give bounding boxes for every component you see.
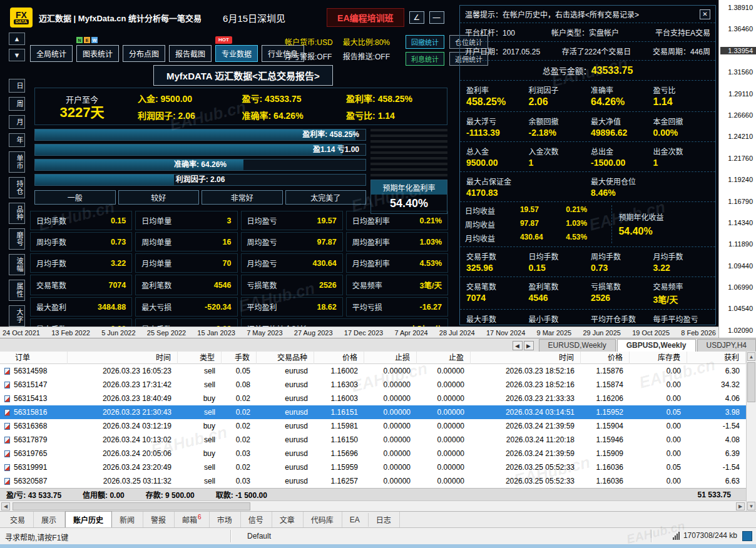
toolbar-button[interactable]: 全局统计 (30, 45, 73, 62)
column-header[interactable]: 止盈 (417, 352, 471, 364)
float-alert-toggle[interactable]: 浮亏警报:OFF (285, 51, 333, 61)
scroll-down-icon[interactable]: ▼ (747, 502, 755, 510)
profile-selector[interactable]: Default (247, 532, 271, 540)
summary-total: 51 533.75 (698, 490, 740, 499)
cell-open-time: 2026.03.24 23:20:49 (68, 463, 178, 472)
cell-type: buy (178, 422, 222, 430)
drawdown-stats-button[interactable]: 回撤统计 (406, 35, 444, 49)
vertical-scroll-thumb[interactable] (747, 362, 755, 402)
history-row[interactable]: 56319991 2026.03.24 23:20:49 sell 0.02 e… (0, 460, 746, 474)
cell-close-time: 2026.03.23 18:52:16 (471, 380, 581, 389)
stat-label: 亏损笔数 (247, 280, 277, 290)
stat-label: 出金次数 (653, 146, 710, 156)
column-header[interactable]: 订单 (14, 352, 68, 364)
column-header[interactable]: 价格 (314, 352, 364, 364)
column-header[interactable]: 交易品种 (257, 352, 314, 364)
history-row[interactable]: 56316368 2026.03.24 03:12:19 buy 0.02 eu… (0, 419, 746, 433)
history-row[interactable]: 56319765 2026.03.24 20:05:06 buy 0.03 eu… (0, 447, 746, 460)
scroll-left-icon[interactable]: ◀ (1, 502, 10, 510)
sidebar-item[interactable]: 大字 (9, 305, 25, 327)
terminal-tab[interactable]: 文章 (272, 512, 304, 527)
column-header[interactable]: 获利 (687, 352, 746, 364)
horizontal-scrollbar[interactable]: ◀ ▶ (0, 500, 746, 511)
sidebar-item[interactable]: 年 (9, 133, 25, 147)
stat-cell: 出金次数1 (652, 145, 711, 168)
stat-label: 交易笔数 (36, 280, 66, 290)
column-header[interactable]: 止损 (364, 352, 417, 364)
sidebar-item[interactable]: 月 (9, 115, 25, 129)
cell-close-time: 2026.03.24 03:14:51 (471, 408, 581, 417)
cell-symbol: eurusd (257, 422, 314, 430)
scroll-up-icon[interactable]: ▲ (747, 352, 755, 361)
terminal-tab[interactable]: EA (342, 513, 369, 527)
chart-tab[interactable]: EURUSD,Weekly (539, 339, 616, 352)
terminal-tab[interactable]: 交易 (3, 512, 34, 527)
history-row[interactable]: 56317879 2026.03.24 10:13:02 sell 0.02 e… (0, 433, 746, 447)
terminal-tab[interactable]: 信号 (241, 512, 272, 527)
scroll-right-icon[interactable]: ▶ (736, 502, 745, 510)
close-icon[interactable]: ✕ (700, 9, 710, 19)
terminal-tab[interactable]: 警报 (143, 512, 175, 527)
column-header[interactable]: 价格 (581, 352, 630, 364)
sidebar-item[interactable]: 品种 (9, 203, 25, 224)
history-row[interactable]: 56315816 2026.03.23 21:30:43 sell 0.02 e… (0, 405, 746, 419)
sidebar-up-button[interactable]: ▲ (9, 33, 25, 45)
price-tick: 1.29110 (719, 90, 756, 98)
cell-type: sell (178, 367, 222, 375)
chart-tab[interactable]: GBPUSD,Weekly (617, 339, 696, 352)
cell-type: sell (178, 477, 222, 485)
toolbar-button[interactable]: 分布点图 (123, 45, 165, 62)
cell-open-price: 1.16303 (314, 380, 364, 389)
sidebar-item[interactable]: 单币 (9, 151, 25, 173)
terminal-tab[interactable]: 邮箱 6 (175, 512, 210, 527)
alive-days-text: 存活了2224个交易日 (562, 46, 631, 56)
resize-button[interactable]: ∠ (409, 11, 424, 24)
sidebar-item[interactable]: 波幅 (9, 254, 25, 275)
cell-open-time: 2026.03.23 16:05:23 (68, 367, 178, 375)
column-header[interactable]: 类型 (178, 352, 222, 364)
cell-open-time: 2026.03.24 10:13:02 (68, 435, 178, 444)
terminal-tab[interactable]: 代码库 (304, 512, 342, 527)
history-row[interactable]: 56315147 2026.03.23 17:31:42 sell 0.08 e… (0, 378, 746, 392)
cell-symbol: eurusd (257, 463, 314, 472)
column-header[interactable]: 时间 (471, 352, 581, 364)
chart-tab[interactable]: USDJPY,H4 (697, 339, 756, 352)
sidebar-item[interactable]: 周 (9, 97, 25, 111)
cell-open-time: 2026.03.24 03:12:19 (68, 422, 178, 430)
toolbar-button[interactable]: 报告截图 (169, 45, 212, 62)
interest-stats-button[interactable]: 利息统计 (406, 52, 444, 66)
history-row[interactable]: 56315413 2026.03.23 18:40:49 buy 0.02 eu… (0, 392, 746, 405)
terminal-tab[interactable]: 日志 (369, 512, 400, 527)
terminal-tab[interactable]: 展示 (34, 512, 65, 527)
sidebar-item[interactable]: 日 (9, 79, 25, 93)
report-push-toggle[interactable]: 报告推送:OFF (343, 51, 390, 61)
column-header[interactable]: 时间 (68, 352, 178, 364)
horizontal-scroll-thumb[interactable] (13, 502, 250, 510)
history-row[interactable]: 56314598 2026.03.23 16:05:23 sell 0.05 e… (0, 364, 746, 378)
sidebar-item[interactable]: 磨号 (9, 228, 25, 250)
history-row[interactable]: 56320587 2026.03.25 03:11:32 sell 0.03 e… (0, 474, 746, 488)
tab-scroll-left-icon[interactable]: ◀ (513, 341, 523, 350)
cell-order: 56316368 (14, 422, 68, 430)
terminal-tab[interactable]: 市场 (210, 512, 241, 527)
stat-value: 3.22 (111, 259, 126, 268)
stat-cell: 平均盈利 18.62 (241, 297, 343, 317)
column-header[interactable]: 库存费 (630, 352, 687, 364)
stat-value: -16.27 (420, 303, 442, 312)
sidebar-item[interactable]: 属性 (9, 280, 25, 301)
toolbar-button[interactable]: 图表统计 (76, 45, 119, 62)
training-banner[interactable]: EA编程培训班 (327, 8, 404, 27)
tab-scroll-right-icon[interactable]: ▶ (524, 341, 534, 350)
sidebar-item[interactable]: 持仓 (9, 177, 25, 198)
cell-symbol: eurusd (257, 449, 314, 458)
column-header[interactable]: 手数 (222, 352, 257, 364)
vertical-scrollbar[interactable]: ▲ ▼ (746, 352, 756, 511)
minimize-button[interactable]: — (429, 11, 444, 24)
cell-swap: 0.00 (630, 449, 687, 458)
terminal-tab[interactable]: 新闻 (112, 512, 143, 527)
toolbar-button[interactable]: 专业数据 (215, 45, 258, 62)
traffic-counter: 1707308/244 kb (683, 531, 737, 540)
sidebar-down-button[interactable]: ▼ (9, 49, 25, 61)
stat-label: 准确率 (591, 84, 647, 95)
terminal-tab[interactable]: 账户历史 (65, 511, 112, 528)
